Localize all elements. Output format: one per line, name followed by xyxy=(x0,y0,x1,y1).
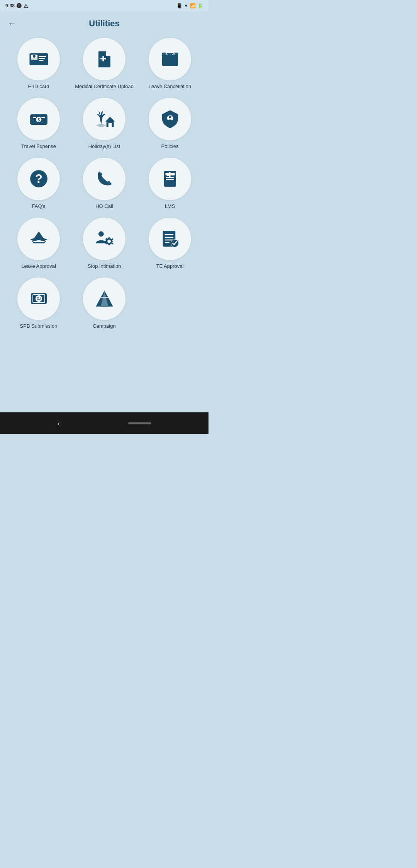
svg-rect-3 xyxy=(31,58,37,59)
security-icon: 🅟 xyxy=(17,3,22,9)
icon-circle-faqs: ? xyxy=(17,158,60,200)
svg-point-45 xyxy=(107,240,111,243)
ho-call-icon xyxy=(94,168,115,189)
icon-circle-ho-call xyxy=(83,158,125,200)
travel-expense-label: Travel Expense xyxy=(21,143,56,150)
icon-circle-te-approval xyxy=(149,218,191,260)
icon-circle-holidays xyxy=(83,98,125,140)
svg-marker-29 xyxy=(105,117,115,122)
svg-rect-42 xyxy=(33,242,45,243)
eid-icon xyxy=(28,49,49,70)
lms-icon xyxy=(159,168,181,189)
wifi-icon: ▼ xyxy=(184,3,188,9)
icon-circle-stop-intimation xyxy=(83,218,125,260)
back-button[interactable]: ← xyxy=(8,19,16,29)
svg-rect-20 xyxy=(163,54,177,65)
leave-cancel-label: Leave Cancellation xyxy=(149,83,192,90)
grid-item-lms[interactable]: LMS xyxy=(139,158,201,210)
utilities-grid: E-ID card Medical Certificate Upload xyxy=(0,34,208,412)
svg-rect-30 xyxy=(108,123,112,127)
grid-item-te-approval[interactable]: TE Approval xyxy=(139,218,201,270)
faqs-label: FAQ's xyxy=(32,203,46,210)
spb-icon: ① xyxy=(28,288,49,309)
policies-label: Policies xyxy=(161,143,179,150)
holidays-label: Holiday(s) List xyxy=(88,143,120,150)
svg-text:?: ? xyxy=(35,172,42,186)
icon-circle-policies xyxy=(149,98,191,140)
grid-item-leave-approval[interactable]: Leave Approval xyxy=(8,218,70,270)
grid-item-stop-intimation[interactable]: Stop Intimation xyxy=(73,218,135,270)
svg-rect-47 xyxy=(108,244,109,245)
svg-rect-49 xyxy=(111,241,112,242)
grid-item-leave-cancel[interactable]: Leave Cancellation xyxy=(139,38,201,90)
leave-approval-icon xyxy=(28,228,49,249)
grid-item-travel-expense[interactable]: $ Travel Expense xyxy=(8,98,70,150)
nav-home-pill[interactable] xyxy=(128,422,151,424)
header: ← Utilities xyxy=(0,12,208,34)
icon-circle-campaign xyxy=(83,277,125,320)
nav-back-button[interactable]: ‹ xyxy=(57,419,60,428)
page-title: Utilities xyxy=(89,19,119,29)
svg-text:$: $ xyxy=(37,118,40,122)
svg-point-2 xyxy=(33,55,36,58)
ho-call-label: HO Call xyxy=(95,203,113,210)
icon-circle-medical xyxy=(83,38,125,80)
eid-label: E-ID card xyxy=(28,83,49,90)
spb-label: SPB Submission xyxy=(20,323,58,330)
svg-rect-8 xyxy=(100,58,106,59)
battery-icon: 🔋 xyxy=(197,3,203,9)
signal-icon: 📶 xyxy=(190,3,196,9)
svg-point-32 xyxy=(169,116,171,118)
svg-rect-5 xyxy=(39,58,44,59)
svg-rect-6 xyxy=(39,60,43,61)
grid-item-holidays[interactable]: Holiday(s) List xyxy=(73,98,135,150)
leave-approval-label: Leave Approval xyxy=(21,263,56,270)
icon-circle-spb: ① xyxy=(17,277,60,320)
svg-rect-26 xyxy=(41,117,45,118)
stop-intimation-label: Stop Intimation xyxy=(88,263,121,270)
svg-point-43 xyxy=(98,231,104,237)
grid-item-campaign[interactable]: Campaign xyxy=(73,277,135,330)
status-bar: 9:38 🅟 ⚠ 📳 ▼ 📶 🔋 xyxy=(0,0,208,12)
grid-item-policies[interactable]: Policies xyxy=(139,98,201,150)
icon-circle-eid xyxy=(17,38,60,80)
grid-item-ho-call[interactable]: HO Call xyxy=(73,158,135,210)
holidays-icon xyxy=(94,108,115,129)
te-approval-icon xyxy=(159,228,181,249)
leave-cancel-icon xyxy=(159,49,181,70)
campaign-icon xyxy=(94,288,115,309)
grid-item-spb-submission[interactable]: ① SPB Submission xyxy=(8,277,70,330)
grid-item-faqs[interactable]: ? FAQ's xyxy=(8,158,70,210)
lms-label: LMS xyxy=(165,203,175,210)
svg-rect-4 xyxy=(39,56,46,57)
svg-rect-46 xyxy=(108,237,109,239)
icon-circle-leave-cancel xyxy=(149,38,191,80)
vibrate-icon: 📳 xyxy=(176,3,182,9)
svg-rect-25 xyxy=(33,117,36,118)
icon-circle-travel: $ xyxy=(17,98,60,140)
icon-circle-lms xyxy=(149,158,191,200)
status-right: 📳 ▼ 📶 🔋 xyxy=(176,3,203,9)
nav-bar: ‹ xyxy=(0,412,208,434)
warning-icon: ⚠ xyxy=(24,3,28,9)
status-left: 9:38 🅟 ⚠ xyxy=(5,3,28,9)
grid-item-eid-card[interactable]: E-ID card xyxy=(8,38,70,90)
medical-cert-icon xyxy=(94,49,115,70)
time-display: 9:38 xyxy=(5,3,15,9)
travel-expense-icon: $ xyxy=(28,108,49,129)
grid-item-medical-cert[interactable]: Medical Certificate Upload xyxy=(73,38,135,90)
stop-intimation-icon xyxy=(94,228,115,249)
campaign-label: Campaign xyxy=(93,323,115,330)
svg-rect-48 xyxy=(105,241,106,242)
medical-cert-label: Medical Certificate Upload xyxy=(75,83,134,90)
te-approval-label: TE Approval xyxy=(156,263,184,270)
policies-icon xyxy=(159,108,181,129)
svg-text:①: ① xyxy=(37,296,41,301)
faqs-icon: ? xyxy=(28,168,49,189)
icon-circle-leave-approval xyxy=(17,218,60,260)
svg-rect-41 xyxy=(166,174,172,175)
